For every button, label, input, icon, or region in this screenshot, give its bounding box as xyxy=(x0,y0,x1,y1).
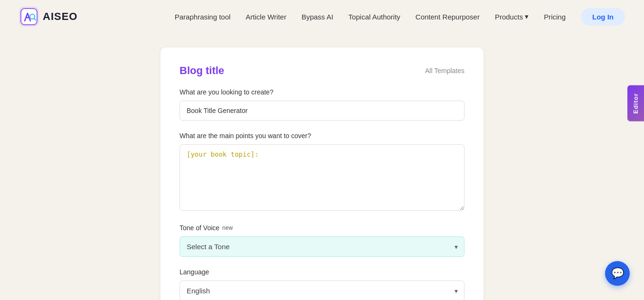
logo-icon xyxy=(19,7,39,27)
chevron-down-icon: ▾ xyxy=(525,12,529,21)
login-button[interactable]: Log In xyxy=(581,8,625,26)
field-tone-label: Tone of Voice xyxy=(180,224,219,232)
language-select-wrapper: English Spanish French German Italian Po… xyxy=(180,281,464,300)
chat-icon: 💬 xyxy=(611,267,624,280)
nav-article-writer[interactable]: Article Writer xyxy=(246,13,286,21)
panel-header: Blog title All Templates xyxy=(180,65,464,77)
field-main-points-textarea[interactable]: [your book topic]: xyxy=(180,144,464,211)
logo-text: AISEO xyxy=(43,10,77,23)
field-main-points: What are the main points you want to cov… xyxy=(180,132,464,213)
nav-products[interactable]: Products ▾ xyxy=(495,12,529,21)
nav-bypass-ai[interactable]: Bypass AI xyxy=(302,13,333,21)
nav-paraphrasing-tool[interactable]: Paraphrasing tool xyxy=(175,13,231,21)
tone-select[interactable]: Select a Tone Professional Casual Funny … xyxy=(180,236,464,257)
panel-title: Blog title xyxy=(180,65,224,77)
main-nav: Paraphrasing tool Article Writer Bypass … xyxy=(175,8,625,26)
field-language: Language English Spanish French German I… xyxy=(180,268,464,300)
field-main-points-label: What are the main points you want to cov… xyxy=(180,132,464,140)
field-create-input[interactable] xyxy=(180,101,464,121)
nav-content-repurposer[interactable]: Content Repurposer xyxy=(416,13,480,21)
field-create-label: What are you looking to create? xyxy=(180,88,464,96)
content-panel: Blog title All Templates What are you lo… xyxy=(161,47,483,300)
editor-tab[interactable]: Editor xyxy=(627,85,644,122)
nav-topical-authority[interactable]: Topical Authority xyxy=(349,13,400,21)
language-select[interactable]: English Spanish French German Italian Po… xyxy=(180,281,464,300)
chat-button[interactable]: 💬 xyxy=(605,261,630,286)
logo[interactable]: AISEO xyxy=(19,7,77,27)
nav-pricing[interactable]: Pricing xyxy=(544,13,566,21)
field-create: What are you looking to create? xyxy=(180,88,464,121)
tone-select-wrapper: Select a Tone Professional Casual Funny … xyxy=(180,236,464,257)
all-templates-link[interactable]: All Templates xyxy=(425,67,464,75)
field-language-label: Language xyxy=(180,268,464,276)
tone-new-badge: new xyxy=(222,225,233,231)
field-tone: Tone of Voice new Select a Tone Professi… xyxy=(180,224,464,257)
